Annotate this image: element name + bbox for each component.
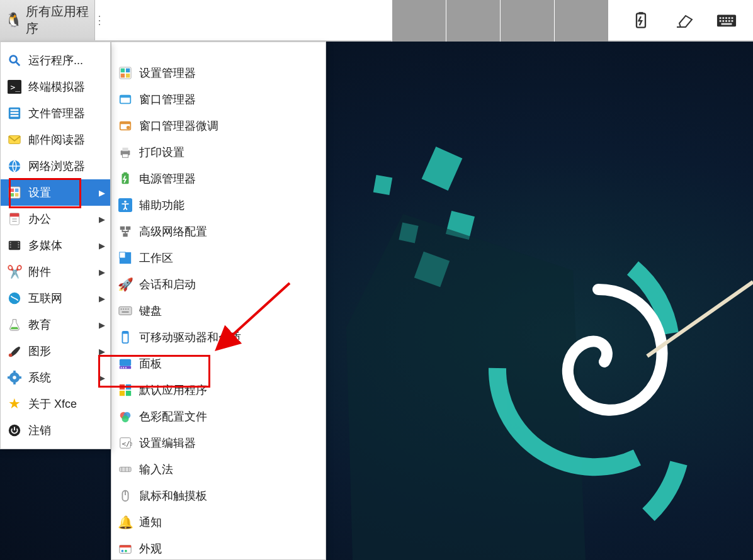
menu-item-run[interactable]: 运行程序...: [1, 47, 110, 74]
submenu-item-keyboard[interactable]: 键盘: [111, 298, 326, 324]
window-manager-icon: [118, 92, 133, 107]
menu-item-mail[interactable]: 邮件阅读器: [1, 126, 110, 153]
svg-text:</>: </>: [122, 440, 133, 448]
globe-icon: [7, 159, 22, 174]
svg-point-51: [13, 376, 16, 379]
menu-item-system[interactable]: 系统▶: [1, 364, 110, 391]
eraser-icon[interactable]: [674, 10, 694, 30]
applications-menu-button[interactable]: 🐧 所有应用程序 ⋮: [0, 0, 95, 40]
svg-rect-42: [10, 242, 11, 244]
mail-icon: [7, 132, 22, 147]
submenu-item-label: 打印设置: [139, 145, 184, 160]
chevron-right-icon: ▶: [99, 373, 105, 383]
svg-rect-83: [128, 308, 129, 310]
menu-item-office[interactable]: 办公▶: [1, 206, 110, 232]
svg-rect-47: [18, 247, 20, 248]
taskbar-buttons: [392, 0, 608, 40]
chevron-right-icon: ▶: [99, 241, 105, 250]
battery-icon[interactable]: [631, 10, 651, 30]
task-button[interactable]: [392, 0, 446, 42]
svg-rect-17: [722, 20, 724, 22]
printer-icon: [118, 145, 133, 160]
svg-rect-11: [720, 17, 722, 19]
submenu-item-input-method[interactable]: 输入法: [111, 456, 326, 483]
default-apps-icon: [118, 383, 133, 398]
submenu-item-appearance[interactable]: 外观: [111, 535, 326, 560]
keyboard-tray-icon[interactable]: [716, 10, 737, 30]
menu-item-label: 注销: [28, 423, 51, 438]
submenu-item-network[interactable]: 高级网络配置: [111, 218, 326, 245]
wm-tweaks-icon: [118, 118, 133, 133]
svg-rect-108: [120, 546, 131, 548]
menu-item-label: 终端模拟器: [28, 79, 85, 94]
svg-rect-75: [126, 227, 130, 230]
submenu-item-settings-editor[interactable]: </>设置编辑器: [111, 430, 326, 456]
submenu-item-panel[interactable]: 面板: [111, 350, 326, 377]
submenu-item-window-manager[interactable]: 窗口管理器: [111, 86, 326, 113]
menu-item-settings[interactable]: 设置▶: [1, 179, 110, 206]
svg-line-23: [16, 62, 20, 66]
submenu-item-print[interactable]: 打印设置: [111, 139, 326, 165]
submenu-item-accessibility[interactable]: 辅助功能: [111, 192, 326, 218]
svg-rect-78: [120, 252, 125, 258]
svg-rect-91: [125, 367, 127, 369]
submenu-item-settings-manager[interactable]: 设置管理器: [111, 60, 326, 86]
battery-icon-green: [118, 171, 133, 186]
svg-rect-86: [122, 332, 128, 334]
menu-item-media[interactable]: 多媒体▶: [1, 232, 110, 259]
internet-icon: [7, 291, 22, 306]
scissors-icon: ✂️: [7, 264, 22, 279]
svg-rect-84: [122, 311, 129, 313]
submenu-item-workspaces[interactable]: 工作区: [111, 245, 326, 271]
svg-rect-94: [120, 391, 125, 396]
task-button[interactable]: [554, 0, 608, 42]
menu-item-web[interactable]: 网络浏览器: [1, 153, 110, 179]
submenu-item-mouse[interactable]: 鼠标和触摸板: [111, 483, 326, 509]
menu-item-label: 文件管理器: [28, 106, 85, 121]
menu-item-graphics[interactable]: 图形▶: [1, 338, 110, 364]
menu-item-label: 系统: [28, 370, 51, 385]
bell-icon: 🔔: [118, 515, 133, 530]
svg-rect-82: [125, 308, 127, 310]
submenu-item-default-apps[interactable]: 默认应用程序: [111, 377, 326, 403]
submenu-item-label: 默认应用程序: [139, 383, 207, 398]
submenu-item-label: 鼠标和触摸板: [139, 488, 207, 503]
svg-point-22: [10, 56, 17, 63]
gear-icon-blue: [7, 370, 22, 385]
menu-item-accessories[interactable]: ✂️附件▶: [1, 259, 110, 285]
editor-icon: </>: [118, 435, 133, 451]
keyboard-icon: [118, 303, 133, 318]
svg-point-49: [9, 354, 13, 357]
task-button[interactable]: [446, 0, 500, 42]
svg-rect-46: [18, 244, 20, 245]
submenu-item-removable[interactable]: 可移动驱动器和介质: [111, 324, 326, 350]
submenu-item-session[interactable]: 🚀会话和启动: [111, 271, 326, 298]
submenu-item-label: 窗口管理器: [139, 92, 196, 107]
menu-item-terminal[interactable]: >_终端模拟器: [1, 74, 110, 100]
svg-rect-27: [11, 109, 19, 111]
submenu-item-power[interactable]: 电源管理器: [111, 165, 326, 192]
menu-item-about[interactable]: ★关于 Xfce: [1, 391, 110, 417]
submenu-item-color[interactable]: 色彩配置文件: [111, 403, 326, 430]
svg-rect-35: [11, 193, 14, 197]
svg-rect-71: [123, 172, 127, 174]
submenu-item-label: 高级网络配置: [139, 224, 207, 239]
search-icon: [7, 53, 22, 68]
submenu-item-notify[interactable]: 🔔通知: [111, 509, 326, 535]
tux-icon: 🐧: [5, 12, 22, 28]
task-button[interactable]: [500, 0, 554, 42]
svg-rect-29: [11, 115, 19, 117]
submenu-item-window-manager-tweaks[interactable]: 窗口管理器微调: [111, 113, 326, 139]
menu-item-education[interactable]: 教育▶: [1, 311, 110, 338]
office-icon: [7, 211, 22, 227]
svg-marker-8: [679, 16, 692, 27]
submenu-item-label: 窗口管理器微调: [139, 118, 218, 133]
submenu-item-label: 面板: [139, 356, 162, 371]
svg-rect-76: [123, 233, 127, 237]
menu-item-files[interactable]: 文件管理器: [1, 100, 110, 126]
menu-item-internet[interactable]: 互联网▶: [1, 285, 110, 311]
menu-item-logout[interactable]: 注销: [1, 417, 110, 444]
svg-rect-45: [18, 242, 20, 244]
panel-icon: [118, 356, 133, 371]
color-icon: [118, 409, 133, 424]
